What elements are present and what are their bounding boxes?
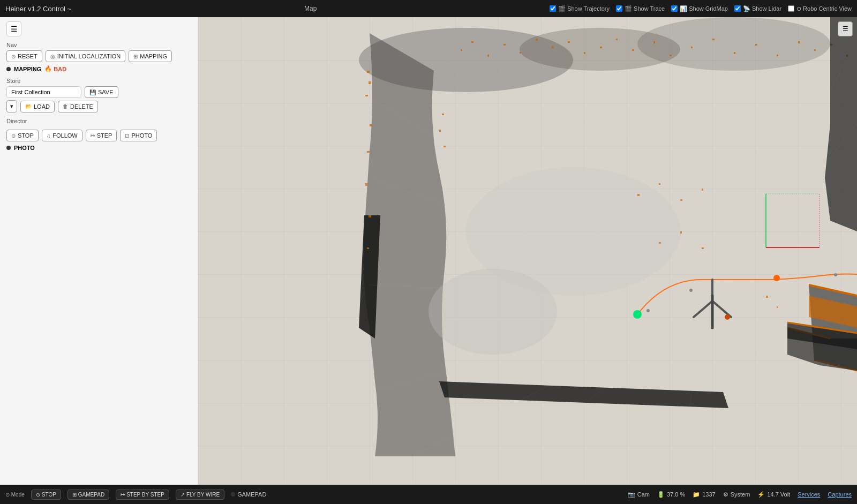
director-status-label: PHOTO xyxy=(14,145,35,151)
bottom-step-by-step-button[interactable]: ↦ STEP BY STEP xyxy=(116,490,169,500)
robo-centric-checkbox[interactable] xyxy=(788,5,794,12)
toggle-trace[interactable]: 🎬 Show Trace xyxy=(616,5,665,12)
nav-status-dot xyxy=(6,67,11,71)
nav-section: Nav ⊙ RESET ◎ INITIAL LOCALIZATION ⊞ MAP… xyxy=(6,42,191,72)
step-button[interactable]: ↦ STEP xyxy=(86,130,117,141)
reset-button[interactable]: ⊙ RESET xyxy=(6,50,42,62)
gridmap-checkbox[interactable] xyxy=(671,5,678,12)
bottom-stop-label: STOP xyxy=(42,492,56,498)
system-status: ⚙ System xyxy=(723,491,750,498)
battery-icon: 🔋 xyxy=(657,491,665,498)
bottom-stop-button[interactable]: ⊙ STOP xyxy=(31,490,61,500)
top-bar-left: Heiner v1.2 Control ~ xyxy=(5,5,71,13)
map-label-area: Map xyxy=(304,5,317,12)
director-status: PHOTO xyxy=(6,145,191,151)
delete-icon: 🗑 xyxy=(63,103,68,109)
bottom-fly-label: FLY BY WIRE xyxy=(186,492,220,498)
nav-status-value: 🔥 BAD xyxy=(44,65,66,72)
photo-label: PHOTO xyxy=(131,132,152,139)
bottom-fly-icon: ↗ xyxy=(181,492,185,498)
voltage-value: 14.7 Volt xyxy=(767,491,790,498)
map-label: Map xyxy=(304,5,317,12)
initial-localization-button[interactable]: ◎ INITIAL LOCALIZATION xyxy=(46,50,126,62)
trace-label: 🎬 Show Trace xyxy=(625,5,665,12)
step-icon: ↦ xyxy=(91,133,95,139)
voltage-status: ⚡ 14.7 Volt xyxy=(757,491,790,498)
count-value: 1337 xyxy=(702,491,715,498)
bottom-gamepad-icon: ⊞ xyxy=(72,492,77,498)
count-status: 📁 1337 xyxy=(693,491,715,498)
main-content: ☰ Nav ⊙ RESET ◎ INITIAL LOCALIZATION ⊞ M… xyxy=(0,17,857,485)
toggle-trajectory[interactable]: 🎬 Show Trajectory xyxy=(550,5,610,12)
director-section: Director ⊙ STOP ♫ FOLLOW ↦ STEP ⊡ PHOTO xyxy=(6,118,191,151)
top-right-panel-button[interactable]: ☰ xyxy=(838,21,853,36)
toggle-lidar[interactable]: 📡 Show Lidar xyxy=(734,5,781,12)
bottom-step-label: STEP BY STEP xyxy=(126,492,164,498)
nav-status-label: MAPPING xyxy=(14,66,41,72)
services-link[interactable]: Services xyxy=(798,491,820,498)
localization-icon: ◎ xyxy=(50,54,55,59)
store-name-input[interactable] xyxy=(6,86,81,98)
store-section: Store 💾 SAVE ▾ 📂 LOAD 🗑 DELETE xyxy=(6,78,191,112)
left-panel: ☰ Nav ⊙ RESET ◎ INITIAL LOCALIZATION ⊞ M… xyxy=(0,17,198,485)
store-dropdown-button[interactable]: ▾ xyxy=(6,100,17,112)
photo-button[interactable]: ⊡ PHOTO xyxy=(120,130,157,141)
panel-toggle-button[interactable]: ☰ xyxy=(6,21,21,36)
bottom-active-mode: GAMEPAD xyxy=(231,491,266,498)
system-icon: ⚙ xyxy=(723,491,728,498)
robo-centric-label: ⊙ Robo Centric View xyxy=(796,5,852,12)
mode-section: ⊙ Mode xyxy=(5,492,25,498)
photo-icon: ⊡ xyxy=(125,133,129,139)
load-button[interactable]: 📂 LOAD xyxy=(20,101,55,112)
map-area[interactable]: ☰ xyxy=(198,17,857,485)
fire-icon: 🔥 xyxy=(44,65,52,72)
reset-icon: ⊙ xyxy=(11,54,16,59)
toggle-robo-centric[interactable]: ⊙ Robo Centric View xyxy=(788,5,852,12)
stop-button[interactable]: ⊙ STOP xyxy=(6,130,39,141)
follow-icon: ♫ xyxy=(47,133,51,139)
bottom-active-mode-label: GAMEPAD xyxy=(237,491,266,498)
nav-label: Nav xyxy=(6,42,191,48)
step-label: STEP xyxy=(97,132,112,139)
save-button[interactable]: 💾 SAVE xyxy=(85,86,118,98)
delete-button[interactable]: 🗑 DELETE xyxy=(58,101,98,112)
dropdown-icon: ▾ xyxy=(10,103,13,110)
lidar-checkbox[interactable] xyxy=(734,5,741,12)
camera-icon: 📷 xyxy=(628,491,635,498)
stop-label: STOP xyxy=(18,132,34,139)
captures-status[interactable]: Captures xyxy=(828,491,852,498)
mapping-button[interactable]: ⊞ MAPPING xyxy=(129,50,172,62)
bottom-mode-dot xyxy=(231,492,235,497)
nav-status: MAPPING 🔥 BAD xyxy=(6,65,191,72)
gridmap-label: 📊 Show GridMap xyxy=(680,5,728,12)
follow-button[interactable]: ♫ FOLLOW xyxy=(42,130,82,141)
battery-status: 🔋 37.0 % xyxy=(657,491,685,498)
map-background xyxy=(198,17,857,485)
app-title: Heiner v1.2 Control ~ xyxy=(5,5,71,13)
captures-link[interactable]: Captures xyxy=(828,491,852,498)
bottom-stop-icon: ⊙ xyxy=(36,492,40,498)
voltage-icon: ⚡ xyxy=(757,491,765,498)
director-label: Director xyxy=(6,118,191,124)
bottom-bar: ⊙ Mode ⊙ STOP ⊞ GAMEPAD ↦ STEP BY STEP ↗… xyxy=(0,485,857,504)
nav-buttons: ⊙ RESET ◎ INITIAL LOCALIZATION ⊞ MAPPING xyxy=(6,50,191,62)
lidar-label: 📡 Show Lidar xyxy=(743,5,781,12)
map-toggles: 🎬 Show Trajectory 🎬 Show Trace 📊 Show Gr… xyxy=(550,5,852,12)
toggle-gridmap[interactable]: 📊 Show GridMap xyxy=(671,5,728,12)
follow-label: FOLLOW xyxy=(52,132,77,139)
services-status[interactable]: Services xyxy=(798,491,820,498)
system-label: System xyxy=(731,491,750,498)
count-icon: 📁 xyxy=(693,491,700,498)
top-bar: Heiner v1.2 Control ~ Map 🎬 Show Traject… xyxy=(0,0,857,17)
trajectory-checkbox[interactable] xyxy=(550,5,556,12)
mapping-label: MAPPING xyxy=(140,53,167,59)
trajectory-label: 🎬 Show Trajectory xyxy=(558,5,610,12)
trace-checkbox[interactable] xyxy=(616,5,622,12)
cam-status: 📷 Cam xyxy=(628,491,650,498)
store-actions-row: ▾ 📂 LOAD 🗑 DELETE xyxy=(6,100,191,112)
delete-label: DELETE xyxy=(70,103,93,110)
bottom-gamepad-button[interactable]: ⊞ GAMEPAD xyxy=(67,490,109,500)
load-icon: 📂 xyxy=(25,103,32,109)
save-label: SAVE xyxy=(98,89,114,95)
bottom-fly-by-wire-button[interactable]: ↗ FLY BY WIRE xyxy=(176,490,224,500)
